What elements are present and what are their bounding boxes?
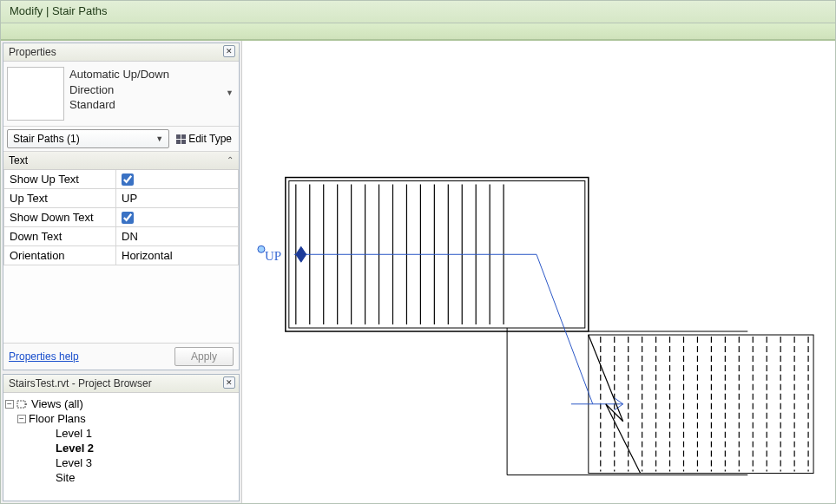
tree-node-site[interactable]: Site: [5, 470, 237, 485]
properties-title: Properties: [9, 46, 56, 58]
svg-marker-43: [296, 246, 306, 262]
properties-panel: Properties ✕ Automatic Up/Down Direction…: [3, 43, 240, 370]
tree-node-views[interactable]: − Views (all): [5, 396, 237, 411]
tree-node-floor-plans[interactable]: − Floor Plans: [5, 411, 237, 426]
project-browser-tree[interactable]: − Views (all) − Floor Plans Level 1 Leve…: [3, 393, 239, 501]
category-header-text[interactable]: Text ⌃: [3, 152, 239, 170]
project-browser-panel: StairsTest.rvt - Project Browser ✕ − Vie…: [3, 374, 240, 501]
tree-node-level-2[interactable]: Level 2: [5, 441, 237, 455]
family-selector-label: Stair Paths (1): [13, 133, 80, 145]
close-icon[interactable]: ✕: [223, 376, 235, 389]
svg-point-44: [258, 245, 265, 252]
type-thumbnail: [7, 67, 64, 121]
checkbox-show-up-text[interactable]: [122, 173, 134, 186]
prop-label-down-text: Down Text: [3, 227, 116, 246]
prop-val-up-text[interactable]: UP: [116, 189, 239, 208]
prop-val-orientation[interactable]: Horizontal: [116, 246, 239, 265]
chevron-down-icon: ▼: [155, 134, 163, 143]
prop-label-show-down-text: Show Down Text: [3, 208, 116, 227]
browser-title-bar[interactable]: StairsTest.rvt - Project Browser ✕: [3, 375, 239, 393]
svg-line-41: [536, 254, 593, 403]
type-selector[interactable]: Automatic Up/Down Direction Standard ▼: [3, 62, 239, 127]
prop-label-orientation: Orientation: [3, 246, 116, 265]
properties-help-link[interactable]: Properties help: [9, 350, 79, 363]
minus-icon[interactable]: −: [5, 400, 14, 409]
collapse-icon[interactable]: ⌃: [227, 155, 234, 165]
grid-icon: [176, 134, 186, 144]
tree-node-level-1[interactable]: Level 1: [5, 426, 237, 441]
drawing-canvas[interactable]: UP: [242, 41, 835, 503]
ribbon-tab-label: Modify | Stair Paths: [10, 4, 107, 17]
left-panel: Properties ✕ Automatic Up/Down Direction…: [1, 41, 242, 503]
minus-icon[interactable]: −: [17, 415, 26, 423]
family-instance-selector[interactable]: Stair Paths (1) ▼: [7, 129, 169, 148]
prop-val-show-down-text[interactable]: [116, 208, 239, 227]
prop-label-up-text: Up Text: [3, 189, 116, 208]
stair-drawing: UP: [242, 41, 835, 503]
browser-title: StairsTest.rvt - Project Browser: [9, 377, 152, 389]
properties-grid: Show Up Text Up Text UP Show Down Text D…: [3, 170, 239, 265]
ribbon-strip: [1, 23, 835, 41]
tree-node-level-3[interactable]: Level 3: [5, 455, 237, 470]
prop-val-show-up-text[interactable]: [116, 170, 239, 189]
svg-rect-0: [17, 401, 25, 408]
checkbox-show-down-text[interactable]: [122, 212, 134, 224]
prop-val-down-text[interactable]: DN: [116, 227, 239, 246]
stair-path-text: UP: [265, 249, 281, 263]
apply-button[interactable]: Apply: [174, 347, 234, 366]
chevron-down-icon[interactable]: ▼: [226, 88, 234, 98]
edit-type-button[interactable]: Edit Type: [173, 131, 235, 147]
type-name: Automatic Up/Down Direction Standard ▼: [69, 67, 235, 113]
views-icon: [16, 399, 29, 409]
close-icon[interactable]: ✕: [223, 45, 235, 57]
properties-title-bar[interactable]: Properties ✕: [3, 43, 239, 62]
ribbon-tab-modify-stair-paths[interactable]: Modify | Stair Paths: [1, 1, 835, 23]
prop-label-show-up-text: Show Up Text: [3, 170, 116, 189]
svg-point-1: [25, 403, 27, 405]
